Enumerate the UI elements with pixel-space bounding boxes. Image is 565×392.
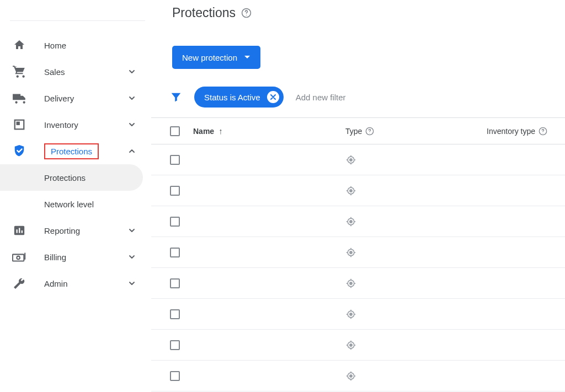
filter-icon[interactable] <box>170 91 182 103</box>
sidebar-item-protections[interactable]: Protections <box>0 138 151 164</box>
cell-type <box>323 154 467 165</box>
table-row[interactable] <box>151 361 565 391</box>
inventory-icon <box>12 117 26 132</box>
table-header: Name ↑ Type Inventory type <box>151 118 565 144</box>
table-row[interactable] <box>151 206 565 237</box>
page-title-text: Protections <box>172 6 236 20</box>
page-title: Protections <box>172 6 553 20</box>
svg-point-13 <box>542 132 543 133</box>
svg-rect-1 <box>17 122 20 125</box>
sidebar-item-home[interactable]: Home <box>0 32 151 58</box>
svg-point-25 <box>350 313 352 315</box>
sidebar-item-delivery[interactable]: Delivery <box>0 85 151 111</box>
cash-icon <box>12 250 26 264</box>
table-row[interactable] <box>151 144 565 175</box>
chevron-down-icon <box>127 279 136 288</box>
filter-chip-status[interactable]: Status is Active <box>194 87 284 108</box>
chevron-down-icon <box>127 226 136 235</box>
sidebar-subitem-protections[interactable]: Protections <box>0 164 143 191</box>
main-content: Protections New protection Status is Act… <box>151 0 565 392</box>
sidebar-item-label: Delivery <box>44 94 74 103</box>
target-icon <box>345 309 356 320</box>
svg-point-27 <box>350 343 352 346</box>
table-body <box>151 144 565 391</box>
table-row[interactable] <box>151 299 565 330</box>
sidebar-item-admin[interactable]: Admin <box>0 270 151 297</box>
add-new-filter[interactable]: Add new filter <box>296 93 346 102</box>
target-icon <box>345 154 356 165</box>
svg-point-29 <box>350 374 352 377</box>
chevron-down-icon <box>127 67 136 76</box>
new-protection-label: New protection <box>182 53 237 62</box>
sidebar-divider <box>10 20 145 21</box>
select-all-checkbox[interactable] <box>170 126 180 136</box>
target-icon <box>345 247 356 258</box>
cell-type <box>323 340 467 351</box>
svg-point-19 <box>350 220 352 222</box>
wrench-icon <box>12 276 26 291</box>
row-checkbox[interactable] <box>170 155 180 165</box>
svg-rect-5 <box>22 230 23 233</box>
svg-point-23 <box>350 282 352 284</box>
chevron-down-icon <box>127 120 136 129</box>
home-icon <box>12 38 26 52</box>
sidebar-item-label: Reporting <box>44 226 80 235</box>
sidebar-item-label: Sales <box>44 67 65 77</box>
cell-type <box>323 278 467 289</box>
row-checkbox[interactable] <box>170 248 180 257</box>
target-icon <box>345 216 356 227</box>
chevron-up-icon <box>127 147 136 155</box>
chevron-down-icon <box>127 253 136 261</box>
target-icon <box>345 185 356 196</box>
row-checkbox[interactable] <box>170 309 180 319</box>
row-checkbox[interactable] <box>170 217 180 227</box>
column-header-name[interactable]: Name <box>193 127 214 136</box>
truck-icon <box>12 91 26 105</box>
row-checkbox[interactable] <box>170 371 180 381</box>
sidebar-subitem-network-level[interactable]: Network level <box>0 191 151 217</box>
svg-point-11 <box>370 132 370 133</box>
sidebar-item-reporting[interactable]: Reporting <box>0 217 151 244</box>
table-row[interactable] <box>151 237 565 268</box>
target-icon <box>345 278 356 289</box>
sidebar-item-label: Protections <box>44 143 99 159</box>
filter-chip-remove-icon[interactable] <box>267 91 279 103</box>
cell-type <box>323 216 467 227</box>
help-icon[interactable] <box>365 127 374 136</box>
table-row[interactable] <box>151 175 565 206</box>
cell-type <box>323 309 467 320</box>
dropdown-caret-icon <box>244 55 250 60</box>
cell-type <box>323 185 467 196</box>
svg-rect-4 <box>19 228 20 233</box>
chevron-down-icon <box>127 94 136 103</box>
target-icon <box>345 340 356 351</box>
svg-point-21 <box>350 251 352 253</box>
sidebar-item-sales[interactable]: Sales <box>0 58 151 85</box>
svg-rect-6 <box>13 254 24 261</box>
cart-icon <box>12 65 26 79</box>
svg-point-9 <box>246 15 247 15</box>
sidebar-item-label: Home <box>44 41 66 50</box>
new-protection-button[interactable]: New protection <box>172 46 260 69</box>
filter-chip-label: Status is Active <box>204 93 260 102</box>
target-icon <box>345 370 356 382</box>
row-checkbox[interactable] <box>170 278 180 288</box>
sidebar-item-label: Admin <box>44 279 68 288</box>
sidebar-item-inventory[interactable]: Inventory <box>0 111 151 138</box>
table-row[interactable] <box>151 268 565 299</box>
column-header-type[interactable]: Type <box>345 127 362 136</box>
cell-type <box>323 247 467 258</box>
svg-point-15 <box>350 158 352 160</box>
column-header-inventory[interactable]: Inventory type <box>487 127 535 136</box>
sidebar-item-billing[interactable]: Billing <box>0 244 151 270</box>
row-checkbox[interactable] <box>170 340 180 350</box>
row-checkbox[interactable] <box>170 186 180 196</box>
svg-point-7 <box>17 256 20 260</box>
help-icon[interactable] <box>241 8 252 18</box>
sidebar-item-label: Billing <box>44 253 66 262</box>
help-icon[interactable] <box>539 127 547 136</box>
table-row[interactable] <box>151 330 565 361</box>
sidebar-item-label: Inventory <box>44 120 78 130</box>
svg-point-17 <box>350 189 352 191</box>
sort-asc-icon[interactable]: ↑ <box>218 126 223 136</box>
